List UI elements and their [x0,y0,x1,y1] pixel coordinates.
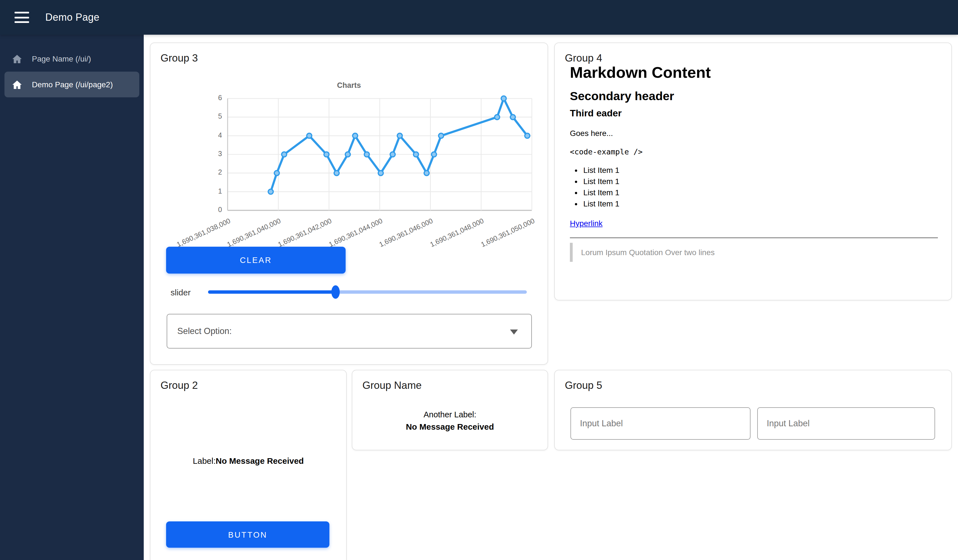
card-group-name: Group Name Another Label: No Message Rec… [352,370,548,451]
markdown-list: List Item 1 List Item 1 List Item 1 List… [570,165,938,209]
markdown-h2: Secondary header [570,89,938,103]
input-field-2[interactable] [757,407,935,440]
chart-canvas [156,77,542,244]
sidebar-item-label: Page Name (/ui/) [32,54,91,63]
markdown-h3: Third eader [570,108,938,119]
message-text: No Message Received [352,422,547,432]
home-icon [12,79,22,90]
hyperlink[interactable]: Hyperlink [570,219,603,228]
another-label: Another Label: [352,410,547,419]
clear-button[interactable]: CLEAR [166,247,346,274]
card-title: Group 2 [160,379,198,392]
markdown-content: Markdown Content Secondary header Third … [570,63,938,262]
card-group-4: Group 4 Markdown Content Secondary heade… [554,43,952,300]
card-title: Group 3 [160,52,198,64]
input-field-1[interactable] [571,407,750,440]
markdown-code: <code-example /> [570,147,938,156]
card-title: Group 5 [565,379,602,392]
hamburger-menu-icon[interactable] [14,12,29,23]
sidebar-item-label: Demo Page (/ui/page2) [32,80,113,89]
slider-fill [208,290,336,294]
markdown-paragraph: Goes here... [570,128,938,138]
home-icon [12,54,22,64]
slider[interactable] [208,290,527,294]
sidebar-item-demo-page[interactable]: Demo Page (/ui/page2) [5,71,139,97]
button[interactable]: BUTTON [166,521,329,548]
page: Demo Page Page Name (/ui/) Demo Page (/u… [0,0,958,560]
card-title: Group Name [362,379,422,392]
list-item: List Item 1 [583,187,938,197]
label-text: Label: [193,456,216,465]
select-label: Select Option: [177,326,232,336]
sidebar-item-page-name[interactable]: Page Name (/ui/) [5,46,139,71]
card-title: Group 4 [565,52,602,64]
label-message: Label:No Message Received [151,456,346,465]
divider [570,237,938,238]
select-option-dropdown[interactable]: Select Option: [167,314,532,349]
markdown-h1: Markdown Content [570,63,938,82]
slider-label: slider [171,287,191,297]
app-title: Demo Page [45,11,100,23]
card-group-3: Group 3 Charts 01234561,690,361,038,0001… [150,43,548,365]
card-group-2: Group 2 Label:No Message Received BUTTON [150,370,347,560]
card-group-5: Group 5 [554,370,952,451]
chevron-down-icon [510,330,518,335]
blockquote: Lorum Ipsum Quotation Over two lines [570,243,938,262]
line-chart: Charts 01234561,690,361,038,0001,690,361… [156,77,542,244]
top-navbar: Demo Page [0,0,958,35]
chart-title: Charts [156,81,542,89]
list-item: List Item 1 [583,165,938,175]
sidebar: Page Name (/ui/) Demo Page (/ui/page2) [0,35,144,560]
list-item: List Item 1 [583,198,938,209]
slider-thumb[interactable] [331,285,340,299]
message-text: No Message Received [216,456,304,465]
list-item: List Item 1 [583,176,938,186]
